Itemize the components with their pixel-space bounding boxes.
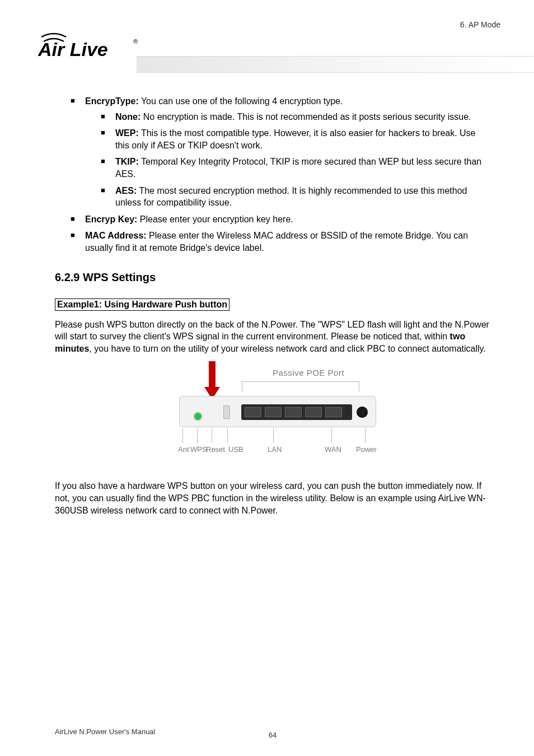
callout-wan: WAN — [325, 445, 341, 454]
item-none: None: No encryption is made. This is not… — [85, 111, 490, 123]
item-encrypkey: Encryp Key: Please enter your encryption… — [55, 213, 490, 226]
label: AES: — [115, 186, 137, 195]
led-icon — [194, 413, 202, 420]
label: MAC Address: — [85, 231, 147, 240]
router-body — [179, 396, 376, 427]
callout-reset: Reset — [206, 445, 225, 454]
item-encryptype: EncrypType: You can use one of the follo… — [55, 95, 490, 209]
text: The most secured encryption method. It i… — [115, 186, 467, 208]
poe-port-label: Passive POE Port — [273, 368, 344, 377]
callout-lan: LAN — [268, 445, 282, 454]
text: Please enter your encryption key here. — [137, 214, 293, 224]
p1b: , you have to turn on the utility of you… — [89, 344, 485, 353]
example-title: Example1: Using Hardware Push button — [55, 298, 229, 311]
ethernet-port-icon — [285, 407, 302, 417]
label: Encryp Key: — [85, 214, 137, 224]
paragraph-2: If you also have a hardware WPS button o… — [55, 480, 490, 516]
power-jack-icon — [357, 407, 368, 418]
paragraph-1: Please push WPS button directly on the b… — [55, 319, 490, 355]
svg-text:®: ® — [133, 38, 138, 45]
item-wep: WEP: This is the most compatible type. H… — [85, 127, 490, 151]
label: None: — [115, 112, 140, 122]
text: Temporal Key Integrity Protocol, TKIP is… — [115, 157, 481, 179]
item-tkip: TKIP: Temporal Key Integrity Protocol, T… — [85, 156, 490, 180]
callout-power: Power — [356, 445, 377, 454]
ethernet-port-icon — [265, 407, 282, 417]
label: TKIP: — [115, 157, 139, 166]
page-number: 64 — [269, 731, 277, 739]
chapter-label: 6. AP Mode — [460, 20, 500, 29]
label: EncrypType: — [85, 96, 139, 106]
manual-title: AirLive N.Power User's Manual — [55, 727, 156, 736]
wps-arrow-icon — [205, 361, 219, 400]
ethernet-port-icon — [325, 407, 342, 417]
p1a: Please push WPS button directly on the b… — [55, 320, 489, 342]
text: This is the most compatible type. Howeve… — [115, 128, 476, 150]
lan-panel — [241, 404, 352, 420]
section-title: 6.2.9 WPS Settings — [55, 271, 490, 284]
page-footer: AirLive N.Power User's Manual 64 — [55, 727, 490, 736]
text: You can use one of the following 4 encry… — [139, 96, 343, 106]
item-mac: MAC Address: Please enter the Wireless M… — [55, 230, 490, 254]
item-aes: AES: The most secured encryption method.… — [85, 185, 490, 209]
ethernet-port-icon — [245, 407, 261, 417]
callout-wps: WPS — [190, 445, 207, 454]
ethernet-port-icon — [305, 407, 322, 417]
device-illustration: Passive POE Port — [55, 362, 490, 469]
usb-port-icon — [223, 405, 230, 419]
label: WEP: — [115, 128, 139, 138]
callout-usb: USB — [228, 445, 243, 454]
poe-bracket — [242, 381, 359, 391]
text: No encryption is made. This is not recom… — [140, 112, 471, 122]
callout-row: Ant WPS Reset USB LAN WAN Power — [179, 428, 376, 462]
header-band — [137, 56, 534, 73]
page-content: EncrypType: You can use one of the follo… — [55, 95, 490, 516]
svg-text:Air Live: Air Live — [38, 39, 108, 59]
callout-ant: Ant — [178, 445, 189, 454]
airlive-logo: Air Live ® — [38, 29, 144, 59]
